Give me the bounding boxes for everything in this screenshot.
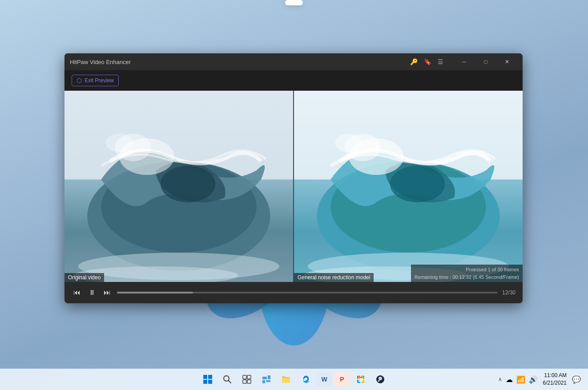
svg-rect-36 — [243, 380, 246, 383]
app-window: HitPaw Video Enhancer 🔑 🔖 ☰ ─ □ ✕ ⬡ Exit… — [64, 53, 523, 303]
exit-preview-label: Exit Preview — [85, 77, 114, 84]
window-title: HitPaw Video Enhancer — [70, 59, 131, 65]
minimize-button[interactable]: ─ — [454, 53, 475, 70]
top-popup — [285, 0, 303, 5]
search-button[interactable] — [218, 370, 236, 388]
svg-rect-40 — [262, 380, 265, 383]
progress-bar[interactable] — [117, 292, 498, 294]
title-bar-controls: ─ □ ✕ — [454, 53, 517, 70]
progress-bar-fill — [117, 292, 193, 294]
svg-point-32 — [224, 376, 229, 381]
chevron-up-icon[interactable]: ∧ — [498, 376, 502, 382]
svg-rect-31 — [208, 380, 212, 384]
remaining-time: Remaining time : 00:12:32 (6.45 Second/F… — [415, 273, 519, 281]
svg-line-33 — [229, 381, 231, 383]
title-bar-left: HitPaw Video Enhancer — [70, 59, 131, 65]
word-icon: W — [321, 376, 327, 383]
progress-info: Proessed 1 of 30 frames Remaining time :… — [411, 265, 523, 282]
widgets-button[interactable] — [258, 370, 275, 388]
svg-rect-35 — [247, 375, 251, 379]
store-button[interactable] — [352, 370, 370, 388]
svg-point-22 — [390, 166, 445, 202]
clock-time: 11:00 AM — [543, 372, 567, 379]
exit-icon: ⬡ — [77, 77, 82, 84]
svg-rect-39 — [268, 375, 270, 379]
powerpoint-button[interactable]: P — [334, 372, 350, 386]
pause-button[interactable]: ⏸ — [87, 287, 97, 298]
taskbar: W P — [0, 369, 588, 390]
toolbar: ⬡ Exit Preview — [64, 70, 523, 91]
title-bar-icons: 🔑 🔖 ☰ — [410, 58, 443, 65]
close-button[interactable]: ✕ — [497, 53, 517, 70]
taskbar-center: W P — [199, 370, 389, 388]
word-button[interactable]: W — [316, 372, 332, 386]
wifi-icon[interactable]: 📶 — [516, 375, 525, 384]
system-tray: ∧ ☁ 📶 🔊 — [498, 375, 538, 384]
key-icon[interactable]: 🔑 — [410, 58, 418, 65]
video-container: Original video — [64, 91, 523, 282]
frames-processed: Proessed 1 of 30 frames — [415, 266, 519, 273]
svg-point-25 — [335, 134, 363, 152]
taskbar-right: ∧ ☁ 📶 🔊 11:00 AM 6/21/2021 💬 — [498, 372, 581, 387]
clock[interactable]: 11:00 AM 6/21/2021 — [543, 372, 567, 387]
powerpoint-icon: P — [340, 376, 344, 383]
original-video-panel: Original video — [64, 91, 294, 282]
steam-button[interactable] — [371, 370, 389, 388]
notification-icon[interactable]: 💬 — [572, 375, 581, 384]
original-video-frame — [64, 91, 293, 282]
svg-point-48 — [379, 377, 382, 380]
svg-rect-37 — [247, 380, 251, 383]
menu-icon[interactable]: ☰ — [438, 58, 443, 65]
maximize-button[interactable]: □ — [475, 53, 496, 70]
exit-preview-button[interactable]: ⬡ Exit Preview — [72, 75, 119, 86]
task-view-button[interactable] — [238, 370, 256, 388]
edge-button[interactable] — [297, 370, 314, 388]
svg-rect-30 — [203, 380, 207, 384]
original-video-label: Original video — [64, 273, 104, 282]
enhanced-video-frame — [294, 91, 523, 282]
playback-bar: ⏮ ⏸ ⏭ 12/30 — [64, 282, 523, 303]
title-bar: HitPaw Video Enhancer 🔑 🔖 ☰ ─ □ ✕ — [64, 53, 523, 70]
volume-icon[interactable]: 🔊 — [529, 375, 538, 384]
svg-rect-41 — [266, 380, 270, 382]
svg-point-12 — [161, 166, 215, 202]
file-explorer-button[interactable] — [277, 370, 295, 388]
enhanced-video-panel: General noise reduction model Proessed 1… — [294, 91, 523, 282]
svg-rect-28 — [203, 375, 207, 379]
desktop: HitPaw Video Enhancer 🔑 🔖 ☰ ─ □ ✕ ⬡ Exit… — [0, 0, 588, 390]
svg-rect-29 — [208, 375, 212, 379]
svg-point-15 — [106, 134, 133, 152]
step-back-button[interactable]: ⏮ — [72, 287, 82, 298]
cloud-icon[interactable]: ☁ — [506, 375, 513, 384]
frame-counter: 12/30 — [502, 289, 516, 296]
clock-date: 6/21/2021 — [543, 379, 567, 387]
enhanced-video-label: General noise reduction model — [294, 273, 374, 282]
start-button[interactable] — [199, 370, 217, 388]
svg-rect-34 — [243, 375, 246, 379]
bookmark-icon[interactable]: 🔖 — [424, 58, 431, 65]
svg-rect-38 — [262, 377, 267, 379]
step-forward-button[interactable]: ⏭ — [102, 287, 113, 298]
